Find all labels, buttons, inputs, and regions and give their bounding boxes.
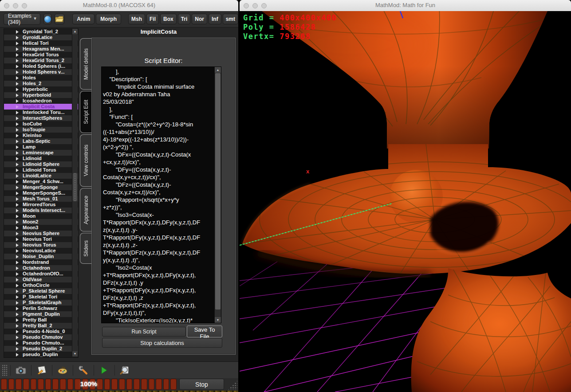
toolbar-drag-handle[interactable]	[2, 365, 8, 376]
list-item[interactable]: Pretty Ball_2	[4, 323, 78, 329]
list-item[interactable]: Lamp	[4, 144, 78, 150]
list-item-label: Menger_4 Schw...	[23, 179, 63, 184]
tab-sliders[interactable]: Sliders	[80, 233, 92, 264]
list-item[interactable]: Noise_Duplin	[4, 254, 78, 259]
toolbar-button-nor[interactable]: Nor	[192, 14, 207, 24]
list-item[interactable]: OrthoCircle	[4, 282, 78, 288]
list-item[interactable]: P_SkeletalGraph	[4, 300, 78, 306]
script-code[interactable]: ], "Description": [ "Implicit Costa mini…	[103, 68, 214, 323]
list-item[interactable]: HexaGrid Torus	[4, 52, 78, 58]
list-item[interactable]: Mesh Torus_01	[4, 196, 78, 202]
list-item[interactable]: LinoidLatice	[4, 173, 78, 179]
editor-scrollbar[interactable]: ▲ ▼	[214, 67, 221, 323]
scroll-down-icon[interactable]: ▼	[215, 317, 221, 323]
edit-notes-button[interactable]	[34, 364, 49, 377]
list-item[interactable]: pseudo_Duplin	[4, 352, 78, 357]
scroll-down-icon[interactable]: ▼	[72, 351, 78, 357]
toolbar-button-tri[interactable]: Tri	[178, 14, 191, 24]
tab-appearance[interactable]: Appearance	[80, 188, 92, 231]
toolbar-button-smt[interactable]: smt	[223, 14, 238, 24]
list-item[interactable]: Holed Spheres (i...	[4, 63, 78, 69]
list-item[interactable]: HexaGrid Torus_2	[4, 58, 78, 63]
list-item[interactable]: NeoviusLatice	[4, 248, 78, 254]
inspect-button[interactable]	[118, 364, 133, 377]
list-item[interactable]: Neovius Sphere	[4, 231, 78, 236]
list-item[interactable]: Pseudo Duplin_2	[4, 346, 78, 352]
scrollbar-thumb[interactable]	[215, 73, 221, 310]
list-item[interactable]: Lidinoid Torus	[4, 167, 78, 173]
list-item[interactable]: IntersectSpheres	[4, 115, 78, 121]
list-item[interactable]: Icosahedron	[4, 98, 78, 104]
save-to-file-button[interactable]: Save To File	[187, 325, 222, 337]
main-titlebar[interactable]: MathMod-8.0 (MACOSX 64)	[0, 0, 238, 12]
screenshot-button[interactable]	[13, 364, 28, 377]
list-item[interactable]: OldVase	[4, 277, 78, 282]
list-item[interactable]: Holed Spheres v...	[4, 69, 78, 75]
list-item[interactable]: Neovius Tori	[4, 236, 78, 242]
list-item[interactable]: MengerSpongeS...	[4, 190, 78, 196]
toolbar-button-msh[interactable]: Msh	[128, 14, 145, 24]
render-titlebar[interactable]: MathMod: Math for Fun	[240, 0, 571, 12]
toolbar-button-morph[interactable]: Morph	[96, 14, 121, 24]
run-button[interactable]	[97, 364, 112, 377]
list-item[interactable]: Holes_2	[4, 81, 78, 86]
list-item[interactable]: Hexagrams Men...	[4, 46, 78, 52]
list-item[interactable]: OctahedronOfO...	[4, 271, 78, 277]
list-item[interactable]: Pseudo Chmutov	[4, 334, 78, 340]
list-item[interactable]: KleinIso	[4, 133, 78, 138]
list-item[interactable]: Helical Tori	[4, 40, 78, 46]
list-item[interactable]: Pseudo 4-Noids_0	[4, 329, 78, 334]
tab-script-edit[interactable]: Script Edit	[80, 91, 92, 133]
list-item[interactable]: Hyperbolic	[4, 86, 78, 92]
list-item[interactable]: Interlocked Toru...	[4, 110, 78, 115]
list-item[interactable]: Labs-Septic	[4, 138, 78, 144]
list-item[interactable]: Menger_4 Schw...	[4, 179, 78, 184]
list-item[interactable]: MengerSponge	[4, 184, 78, 190]
tab-view-controls[interactable]: View controls	[80, 134, 92, 187]
list-item[interactable]: P_Skeletal Sphere	[4, 288, 78, 294]
settings-button[interactable]	[76, 364, 91, 377]
stop-calculations-button[interactable]: Stop calculations	[102, 338, 222, 348]
toolbar-button-fil[interactable]: Fil	[146, 14, 159, 24]
list-item[interactable]: IsoCube	[4, 121, 78, 127]
list-item[interactable]: Octahedron	[4, 265, 78, 271]
list-item[interactable]: MirroredTorus	[4, 202, 78, 208]
scrollbar-thumb[interactable]	[73, 173, 77, 201]
list-item[interactable]: Nordstrand	[4, 259, 78, 265]
toolbar-button-inf[interactable]: Inf	[209, 14, 221, 24]
stop-button[interactable]: Stop	[179, 379, 224, 390]
resize-grip[interactable]	[228, 380, 237, 390]
scroll-up-icon[interactable]: ▲	[72, 29, 78, 34]
scroll-up-icon[interactable]: ▲	[215, 67, 221, 73]
list-item[interactable]: Moon2	[4, 219, 78, 225]
list-item[interactable]: Holes	[4, 75, 78, 81]
list-item[interactable]: Implicit Costa	[4, 104, 78, 110]
list-item[interactable]: Pigment_Duplin	[4, 311, 78, 317]
list-item[interactable]: Neovius Torus	[4, 242, 78, 248]
list-item[interactable]: Leminescape	[4, 150, 78, 156]
script-editor[interactable]: ], "Description": [ "Implicit Costa mini…	[101, 67, 221, 323]
list-item[interactable]: Gyroidal Tori_2	[4, 29, 78, 35]
list-item[interactable]: Models Intersect...	[4, 208, 78, 213]
render-viewport[interactable]: x Grid = 400x400x400Poly = 1586428Vertx=…	[240, 11, 571, 392]
toolbar-button-anim[interactable]: Anim	[72, 14, 95, 24]
list-item[interactable]: IsoToupie	[4, 127, 78, 133]
list-item[interactable]: Moon	[4, 213, 78, 219]
blue-sphere-button[interactable]	[43, 14, 51, 24]
run-script-button[interactable]: Run Script	[102, 327, 186, 337]
tab-model-details[interactable]: Model details	[80, 38, 92, 90]
list-item[interactable]: Perlin Schwarz	[4, 306, 78, 311]
list-item[interactable]: Pseudo Chmuto...	[4, 340, 78, 346]
examples-dropdown[interactable]: Examples (349) ▾	[4, 13, 40, 25]
appearance-button[interactable]	[55, 364, 70, 377]
open-file-button[interactable]	[55, 14, 64, 24]
model-list-scrollbar[interactable]: ▲ ▼	[72, 29, 78, 357]
list-item[interactable]: Hyperboloid	[4, 92, 78, 98]
list-item[interactable]: Moon3	[4, 225, 78, 231]
list-item[interactable]: Lidinoid	[4, 156, 78, 161]
list-item[interactable]: Pretty Ball	[4, 317, 78, 323]
toolbar-button-box[interactable]: Box	[160, 14, 177, 24]
list-item[interactable]: GyroidLatice	[4, 35, 78, 40]
list-item[interactable]: P_Skeletal Tori	[4, 294, 78, 300]
list-item[interactable]: Lidinoid Sphere	[4, 161, 78, 167]
